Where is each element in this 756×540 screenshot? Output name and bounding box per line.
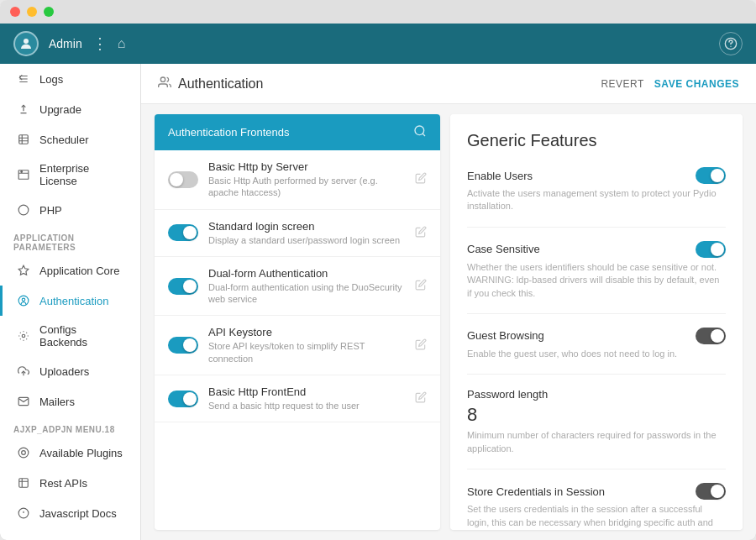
feature-store-credentials: Store Credentials in Session Set the use… (467, 483, 726, 530)
sidebar-section-app-params: APPLICATION PARAMETERS (0, 225, 140, 255)
feature-case-sensitive: Case Sensitive Whether the users identif… (467, 241, 726, 314)
toggle-dual-form[interactable] (168, 278, 198, 295)
sidebar-item-uploaders[interactable]: Uploaders (0, 356, 140, 386)
php-icon (16, 202, 31, 218)
svg-point-2 (730, 46, 731, 47)
header-menu-icon[interactable]: ⋮ (92, 34, 108, 53)
toggle-guest-browsing[interactable] (696, 328, 726, 344)
sidebar-label-mailers: Mailers (39, 396, 75, 408)
auth-item-name-dual-form: Dual-form Authentication (208, 267, 405, 280)
sidebar-item-php[interactable]: PHP (0, 195, 140, 225)
auth-header-icon (158, 76, 171, 92)
panel-header: Authentication Frontends (155, 114, 440, 150)
feature-name-store-credentials: Store Credentials in Session (467, 485, 605, 498)
sidebar-item-available-plugins[interactable]: Available Plugins (0, 438, 140, 468)
page-title: Authentication (178, 76, 263, 92)
auth-frontends-panel: Authentication Frontends Basic (155, 114, 440, 530)
sidebar-label-php: PHP (39, 204, 62, 217)
sidebar-label-plugins: Available Plugins (39, 447, 123, 459)
auth-item-desc-dual-form: Dual-form authentication using the DuoSe… (208, 281, 405, 306)
edit-icon-basic-http[interactable] (415, 172, 427, 186)
minimize-dot[interactable] (27, 7, 37, 17)
toggle-store-credentials[interactable] (696, 483, 726, 500)
feature-desc-enable-users: Activate the users management system to … (467, 187, 726, 213)
sidebar-label-application-core: Application Core (39, 265, 119, 277)
sidebar-item-javascript-docs[interactable]: Javascript Docs (0, 498, 140, 528)
panel-search-icon[interactable] (413, 124, 427, 140)
auth-item-name-basic-frontend: Basic Http FrontEnd (208, 385, 405, 398)
feature-name-password-length: Password length (467, 388, 548, 401)
toggle-basic-http[interactable] (168, 171, 198, 188)
auth-item-desc-basic-frontend: Send a basic http request to the user (208, 400, 405, 412)
svg-point-13 (18, 205, 29, 215)
toggle-api-keystore[interactable] (168, 337, 198, 354)
svg-line-26 (423, 134, 425, 136)
maximize-dot[interactable] (44, 7, 54, 17)
js-docs-icon (16, 506, 31, 521)
uploaders-icon (16, 364, 31, 379)
feature-desc-case-sensitive: Whether the users identifiers should be … (467, 261, 726, 300)
sidebar-label-upgrade: Upgrade (39, 103, 81, 116)
auth-item-basic-frontend: Basic Http FrontEnd Send a basic http re… (155, 375, 440, 422)
auth-item-name-api-keystore: API Keystore (208, 326, 405, 338)
toggle-basic-frontend[interactable] (168, 391, 198, 407)
auth-item-api-keystore: API Keystore Store API keys/token to sim… (155, 316, 440, 375)
revert-button[interactable]: REVERT (601, 78, 643, 90)
sidebar-label-authentication: Authentication (39, 295, 108, 307)
sidebar-item-enterprise[interactable]: Enterprise License (0, 155, 140, 195)
password-length-value: 8 (467, 404, 726, 426)
sidebar-item-logs[interactable]: Logs (0, 64, 140, 94)
sidebar-item-configs-backends[interactable]: Configs Backends (0, 316, 140, 356)
generic-features-title: Generic Features (467, 131, 726, 150)
app-core-icon (16, 263, 31, 278)
sidebar-item-authentication[interactable]: Authentication (0, 286, 140, 316)
panel-title: Authentication Frontends (168, 126, 290, 139)
sidebar-label-uploaders: Uploaders (39, 365, 89, 378)
feature-guest-browsing: Guest Browsing Enable the guest user, wh… (467, 328, 726, 375)
edit-icon-dual-form[interactable] (415, 279, 427, 293)
close-dot[interactable] (10, 7, 20, 17)
svg-point-17 (22, 334, 25, 338)
avatar[interactable] (13, 31, 39, 56)
feature-name-guest-browsing: Guest Browsing (467, 329, 544, 342)
sidebar-section-ajxp: AJXP_ADPJN MENU.18 (0, 417, 140, 438)
feature-password-length: Password length 8 Minimum number of char… (467, 388, 726, 469)
title-bar (0, 0, 756, 24)
svg-point-12 (21, 171, 23, 173)
auth-item-desc-standard-login: Display a standard user/password login s… (208, 234, 405, 246)
save-button[interactable]: SAVE CHANGES (654, 78, 739, 90)
sidebar-item-mailers[interactable]: Mailers (0, 386, 140, 417)
auth-item-name-standard-login: Standard login screen (208, 220, 405, 233)
edit-icon-standard-login[interactable] (415, 226, 427, 240)
auth-item-standard-login: Standard login screen Display a standard… (155, 210, 440, 257)
toggle-case-sensitive[interactable] (696, 241, 726, 258)
feature-name-enable-users: Enable Users (467, 170, 533, 182)
enterprise-icon (16, 167, 31, 182)
header-username: Admin (49, 37, 82, 50)
feature-desc-password-length: Minimum number of characters required fo… (467, 429, 726, 455)
sidebar: Logs Upgrade (0, 64, 141, 540)
authentication-icon (16, 293, 31, 308)
sidebar-item-application-core[interactable]: Application Core (0, 255, 140, 286)
svg-point-16 (22, 298, 25, 301)
svg-point-20 (22, 451, 26, 455)
toggle-standard-login[interactable] (168, 224, 198, 241)
edit-icon-api-keystore[interactable] (415, 338, 427, 353)
upgrade-icon (16, 102, 31, 117)
sidebar-label-javascript-docs: Javascript Docs (39, 507, 117, 520)
svg-marker-14 (18, 265, 29, 275)
toggle-enable-users[interactable] (696, 167, 726, 184)
home-icon[interactable]: ⌂ (118, 36, 126, 51)
plugins-icon (16, 445, 31, 460)
mailers-icon (16, 394, 31, 409)
edit-icon-basic-frontend[interactable] (415, 391, 427, 406)
sidebar-item-upgrade[interactable]: Upgrade (0, 94, 140, 124)
sidebar-item-rest-apis[interactable]: Rest APIs (0, 468, 140, 498)
sidebar-label-configs-backends: Configs Backends (39, 323, 127, 349)
content-body: Authentication Frontends Basic (141, 104, 756, 540)
sidebar-label-scheduler: Scheduler (39, 134, 89, 146)
sidebar-item-scheduler[interactable]: Scheduler (0, 124, 140, 155)
help-icon[interactable] (719, 32, 743, 55)
svg-point-0 (24, 39, 29, 44)
auth-item-desc-basic-http: Basic Http Auth performed by server (e.g… (208, 175, 405, 199)
